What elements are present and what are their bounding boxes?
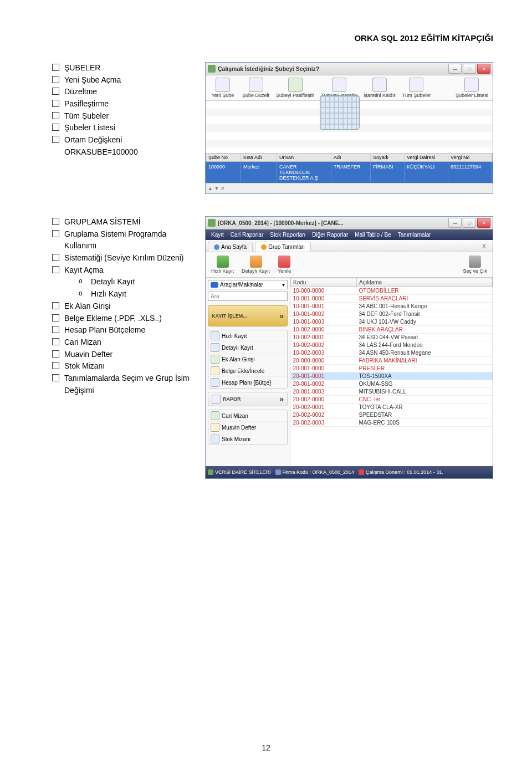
select-exit-button[interactable]: Seç ve Çık (459, 254, 490, 275)
panel-item[interactable]: Stok Mizanı (208, 433, 287, 445)
list-item: Cari Mizan (50, 336, 194, 349)
report-header[interactable]: RAPOR » (208, 392, 288, 406)
menu-item[interactable]: Kayıt (209, 231, 226, 238)
table-row[interactable]: 10-002-0000BİNEK ARAÇLAR (291, 326, 493, 334)
table-row[interactable]: 20-000-0000FABRİKA MAKİNALARI (291, 357, 493, 365)
list-item: Tanımlamalarda Seçim ve Grup İsim Değişi… (50, 372, 194, 396)
new-branch-button[interactable]: Yeni Şube (207, 76, 239, 99)
tax-sites-link[interactable]: VERGİ DAİRE SİTELERİ (208, 469, 271, 475)
window-title: Çalışmak İstediğiniz Şubeyi Seçiniz? (218, 65, 448, 72)
field-icon (211, 355, 219, 364)
detail-record-button[interactable]: Detaylı Kayıt (238, 254, 273, 275)
app-icon (208, 219, 216, 227)
attach-icon (211, 366, 219, 375)
search-input[interactable]: Ara (208, 292, 288, 301)
col-kodu[interactable]: Kodu (291, 278, 357, 287)
list-item: Ek Alan Girişi (50, 300, 194, 313)
group-definitions-window: [ORKA_0500_2014] - [100000-Merkez] - [CA… (205, 216, 493, 479)
table-row[interactable]: 10-001-000334 UKJ 101-VW Caddy (291, 318, 493, 326)
table-row[interactable]: 20-002-0001TOYOTA CLA-XR (291, 404, 493, 411)
chevron-icon: » (279, 311, 284, 320)
doc-icon (211, 331, 219, 340)
tab-group-defs[interactable]: Grup Tanımları (255, 242, 311, 252)
table-row[interactable]: 10-002-000334 ASN 450-Renault Megane (291, 349, 493, 357)
page-number: 12 (0, 743, 532, 752)
panel-item[interactable]: Cari Mizan (208, 410, 287, 421)
group-icon (261, 244, 267, 250)
side-panel: Araçlar/Makinalar▾ Ara KAYIT İŞLEM...» H… (206, 278, 290, 466)
close-button[interactable]: ✕ (477, 218, 490, 228)
menu-item[interactable]: Cari Raporlar (228, 231, 265, 238)
list-heading: GRUPLAMA SİSTEMİ (50, 216, 194, 228)
branch-list-button[interactable]: Şubeler Listesi (452, 76, 492, 99)
table-row[interactable]: 20-002-0000CNC -ler (291, 396, 493, 404)
list-gruplama: GRUPLAMA SİSTEMİ Gruplama Sistemi Progra… (50, 216, 194, 396)
panel-item[interactable]: Detaylı Kayıt (208, 341, 287, 353)
quick-record-button[interactable]: Hızlı Kayıt (208, 254, 237, 275)
list-item: Muavin Defter (50, 349, 194, 361)
menu-item[interactable]: Stok Raporları (268, 231, 308, 238)
table-row[interactable]: 10-001-000234 DEF 002-Ford Transit (291, 310, 493, 318)
list-item: Kayıt Açma Detaylı Kayıt Hızlı Kayıt (50, 264, 194, 300)
edit-branch-button[interactable]: Şube Düzelt (239, 76, 273, 99)
list-item: Tüm Şubeler (50, 110, 194, 122)
table-row[interactable]: 20-001-0001TOS-1500XA (291, 372, 493, 380)
window-title: [ORKA_0500_2014] - [100000-Merkez] - [CA… (218, 220, 448, 226)
close-button[interactable]: ✕ (477, 64, 490, 74)
chevron-icon: » (279, 395, 284, 404)
table-row[interactable]: 10-000-0000OTOMOBİLLER (291, 287, 493, 295)
building-illustration (320, 95, 360, 130)
menu-bar[interactable]: Kayıt Cari Raporlar Stok Raporları Diğer… (206, 229, 493, 240)
panel-item[interactable]: Hesap Planı {Bütçe} (208, 376, 287, 388)
list-item: Şubeler Listesi (50, 122, 194, 134)
table-row[interactable]: 20-001-0000PRESLER (291, 365, 493, 372)
branch-select-window: Çalışmak İstediğiniz Şubeyi Seçiniz? — □… (205, 62, 493, 194)
panel-item[interactable]: Ek Alan Girişi (208, 353, 287, 365)
unmark-button[interactable]: İşaretini Kaldır (360, 76, 399, 99)
list-item: Düzeltme (50, 86, 194, 98)
category-combo[interactable]: Araçlar/Makinalar▾ (208, 280, 288, 289)
table-row[interactable]: 10-002-000234 LAS 244-Ford Mondeo (291, 341, 493, 349)
col-aciklama[interactable]: Açıklama (357, 278, 493, 287)
work-period-label: Çalışma Dönemi : 01.01.2014 - 31. (359, 469, 443, 475)
list-item: Pasifleştirme (50, 98, 194, 110)
table-row[interactable]: 10-001-0000SERVİS ARAÇLARI (291, 295, 493, 303)
tab-bar: Ana Sayfa Grup Tanımları X (206, 240, 493, 252)
record-ops-header[interactable]: KAYIT İŞLEM...» (208, 305, 288, 326)
menu-item[interactable]: Tanımlamalar (396, 231, 433, 238)
panel-item[interactable]: Hızlı Kayıt (208, 330, 287, 341)
table-row[interactable]: 20-001-0002OKUMA-SSG (291, 380, 493, 388)
maximize-button[interactable]: □ (463, 218, 476, 228)
panel-item[interactable]: Belge Ekle/İncele (208, 365, 287, 376)
minimize-button[interactable]: — (448, 64, 462, 74)
report-item-icon (211, 435, 219, 443)
plan-icon (211, 378, 219, 387)
car-icon (211, 282, 218, 288)
list-item: Ortam Değişkeni ORKASUBE=100000 (50, 134, 194, 158)
tab-close-button[interactable]: X (479, 242, 489, 252)
table-row[interactable]: 10-001-000134 ABC 001-Renault Kango (291, 303, 493, 310)
report-item-icon (211, 411, 219, 420)
list-subeler: ŞUBELER Yeni Şube Açma Düzeltme Pasifleş… (50, 62, 194, 159)
panel-item[interactable]: Muavin Defter (208, 421, 287, 433)
maximize-button[interactable]: □ (463, 64, 476, 74)
data-grid: KoduAçıklama 10-000-0000OTOMOBİLLER10-00… (290, 278, 493, 466)
menu-item[interactable]: Mali Tablo / Be (352, 231, 393, 238)
menu-item[interactable]: Diğer Raporlar (310, 231, 350, 238)
table-row[interactable]: 20-001-0003MITSUBISHI-CALL (291, 388, 493, 396)
list-item: Sistematiği (Seviye Kırılım Düzeni) (50, 252, 194, 264)
list-item: Hesap Planı Bütçeleme (50, 324, 194, 336)
table-row[interactable]: 10-002-000134 ESD 044-VW Passat (291, 334, 493, 341)
grid-row-selected[interactable]: 100000 Merkez CANER TEKNOLOJİK DESTEKLER… (206, 162, 493, 183)
tab-home[interactable]: Ana Sayfa (208, 242, 253, 252)
table-row[interactable]: 20-002-0003MAG-ERC 100S (291, 419, 493, 427)
grid-header: Şube No Kısa Adı Unvan Adı Soyadı Vergi … (206, 153, 493, 162)
table-row[interactable]: 20-002-0002SPEEDSTAR (291, 411, 493, 419)
minimize-button[interactable]: — (448, 218, 462, 228)
list-item: Stok Mizanı (50, 360, 194, 372)
refresh-button[interactable]: Yenile (274, 254, 294, 275)
passivate-branch-button[interactable]: Şubeyi Pasifleştir (273, 76, 318, 99)
list-heading: ŞUBELER (50, 62, 194, 74)
all-branches-button[interactable]: Tüm Şubeler (399, 76, 434, 99)
list-item: Yeni Şube Açma (50, 74, 194, 86)
